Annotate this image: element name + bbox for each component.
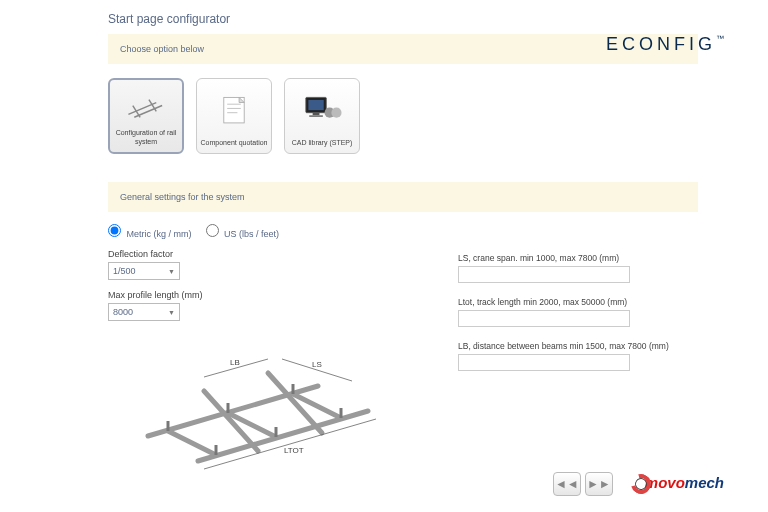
option-config-rail-system[interactable]: Configuration of rail system: [108, 78, 184, 154]
brand-logo: ECONFIG™: [606, 34, 724, 55]
general-settings-header: General settings for the system: [108, 182, 698, 212]
chevron-down-icon: ▼: [168, 309, 175, 316]
svg-line-30: [204, 419, 376, 469]
ltot-input[interactable]: [458, 310, 630, 327]
forward-icon: ►►: [587, 477, 611, 491]
option-label: Configuration of rail system: [113, 129, 179, 146]
option-label: CAD library (STEP): [292, 139, 353, 147]
units-us-radio[interactable]: [206, 224, 219, 237]
deflection-factor-label: Deflection factor: [108, 249, 438, 259]
units-radio-group: Metric (kg / mm) US (lbs / feet): [108, 224, 698, 239]
option-label: Component quotation: [201, 139, 268, 147]
option-component-quotation[interactable]: Component quotation: [196, 78, 272, 154]
max-profile-length-value: 8000: [113, 307, 133, 317]
diagram-label-lb: LB: [230, 358, 240, 367]
brand-tm: ™: [716, 34, 724, 43]
option-cad-library[interactable]: CAD library (STEP): [284, 78, 360, 154]
movomech-logo: movomech: [631, 474, 724, 494]
document-icon: [200, 83, 268, 139]
rail-system-icon: [113, 84, 179, 129]
deflection-factor-value: 1/500: [113, 266, 136, 276]
ls-input[interactable]: [458, 266, 630, 283]
cad-monitor-icon: [288, 83, 356, 139]
option-cards-row: Configuration of rail system Component q…: [108, 78, 698, 154]
units-us-label: US (lbs / feet): [224, 229, 279, 239]
lb-field-label: LB, distance between beams min 1500, max…: [458, 341, 698, 351]
svg-line-20: [204, 391, 258, 451]
max-profile-length-label: Max profile length (mm): [108, 290, 438, 300]
rail-system-diagram: LB LS LTOT: [108, 331, 418, 491]
ls-field-label: LS, crane span. min 1000, max 7800 (mm): [458, 253, 698, 263]
deflection-factor-select[interactable]: 1/500 ▼: [108, 262, 180, 280]
lb-input[interactable]: [458, 354, 630, 371]
svg-rect-11: [313, 112, 320, 115]
units-us-option[interactable]: US (lbs / feet): [206, 224, 280, 239]
diagram-label-ls: LS: [312, 360, 322, 369]
svg-line-17: [168, 431, 216, 455]
page-title: Start page configurator: [108, 12, 698, 26]
prev-button[interactable]: ◄◄: [553, 472, 581, 496]
brand-name: ECONFIG: [606, 34, 716, 54]
rewind-icon: ◄◄: [555, 477, 579, 491]
diagram-label-ltot: LTOT: [284, 446, 304, 455]
ltot-field-label: Ltot, track length min 2000, max 50000 (…: [458, 297, 698, 307]
svg-point-14: [331, 107, 341, 117]
units-metric-radio[interactable]: [108, 224, 121, 237]
chevron-down-icon: ▼: [168, 268, 175, 275]
next-button[interactable]: ►►: [585, 472, 613, 496]
svg-rect-12: [309, 115, 323, 117]
max-profile-length-select[interactable]: 8000 ▼: [108, 303, 180, 321]
svg-rect-10: [308, 100, 323, 110]
units-metric-option[interactable]: Metric (kg / mm): [108, 224, 192, 239]
units-metric-label: Metric (kg / mm): [127, 229, 192, 239]
logo-text-2: mech: [685, 474, 724, 491]
